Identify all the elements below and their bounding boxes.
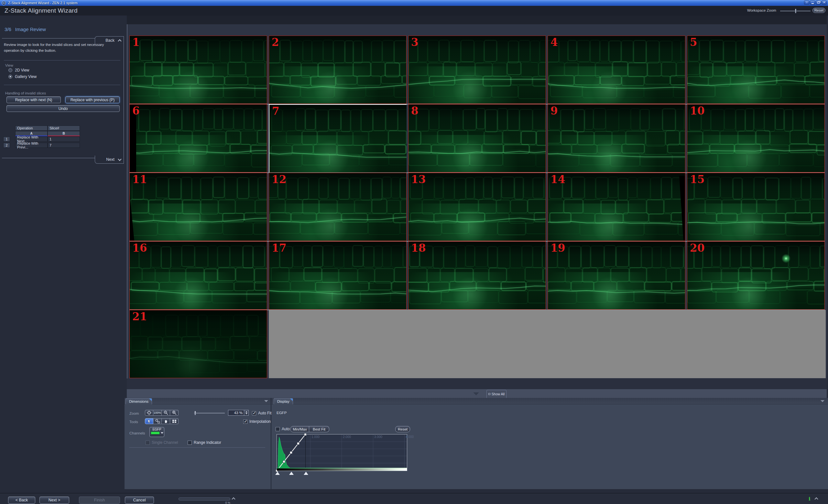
table-row-operation[interactable]: Replace With Previ... <box>15 143 47 148</box>
cancel-button[interactable]: Cancel <box>125 497 154 504</box>
gallery-slice[interactable]: 5 <box>687 36 825 104</box>
collapse-triangle-icon[interactable] <box>473 392 479 395</box>
auto-control[interactable]: Auto <box>276 427 290 431</box>
curve-handle[interactable] <box>283 460 285 463</box>
gallery-slice[interactable]: 16 <box>129 241 267 309</box>
gallery-slice[interactable]: 20 <box>687 241 825 309</box>
display-reset-button[interactable]: Reset <box>395 426 410 432</box>
table-row-slice[interactable]: 7 <box>47 143 80 148</box>
gallery-view: 123456789101112131415161718192021 <box>127 24 827 378</box>
zoom-out-button[interactable] <box>162 410 170 416</box>
minimize-button[interactable] <box>810 1 815 4</box>
gallery-slice[interactable]: 8 <box>408 104 546 172</box>
column-header-operation[interactable]: Operation <box>15 126 47 131</box>
auto-checkbox[interactable] <box>276 427 280 431</box>
undo-button[interactable]: Undo <box>6 105 120 112</box>
gallery-slice[interactable]: 15 <box>687 173 825 241</box>
gallery-slice[interactable]: 3 <box>408 36 546 104</box>
chevron-up-icon[interactable] <box>815 497 818 501</box>
pointer-tool-button[interactable] <box>145 418 153 424</box>
interpolation-control[interactable]: Interpolation <box>243 419 271 424</box>
curve-handle[interactable] <box>290 451 292 454</box>
auto-label: Auto <box>282 427 290 431</box>
gallery-slice[interactable]: 13 <box>408 173 546 241</box>
finish-button[interactable]: Finish <box>79 497 120 504</box>
gallery-slice[interactable]: 12 <box>269 173 407 241</box>
gallery-slice[interactable]: 14 <box>548 173 686 241</box>
histogram[interactable]: 1.0002.0003.0004.000 <box>277 434 407 471</box>
handling-section-label: Handling of invalid slices <box>5 91 46 95</box>
range-indicator-control[interactable]: Range Indicator <box>188 440 221 445</box>
minimize-icon <box>812 3 814 4</box>
image-workspace: 123456789101112131415161718192021 Show A… <box>127 15 827 398</box>
gallery-slice[interactable]: 17 <box>269 241 407 309</box>
chevron-down-icon[interactable] <box>264 400 268 402</box>
gallery-slice[interactable]: 6 <box>129 104 267 172</box>
zoom-slider[interactable] <box>194 413 225 413</box>
slice-image <box>270 105 407 172</box>
interpolation-checkbox[interactable] <box>243 420 247 424</box>
restore-button[interactable] <box>816 1 821 4</box>
gallery-slice[interactable]: 10 <box>687 104 825 172</box>
zen-application-window: ZEN Z-Stack Alignment Wizard - ZEN 2.1 s… <box>0 0 828 504</box>
workspace-zoom-reset-button[interactable]: Reset <box>813 8 825 13</box>
curve-handle[interactable] <box>297 442 299 445</box>
replace-with-previous-button[interactable]: Replace with previous (P) <box>65 96 120 103</box>
slice-image <box>548 173 685 241</box>
white-point-line[interactable] <box>305 434 306 469</box>
gallery-slice[interactable]: 9 <box>548 104 686 172</box>
zoom-slider-handle[interactable] <box>194 411 196 415</box>
zoom-100-button[interactable]: 100% <box>153 410 162 416</box>
zoom-region-tool-button[interactable] <box>153 418 162 424</box>
gallery-slice[interactable]: 1 <box>129 36 267 104</box>
gallery-slice[interactable]: 7 <box>269 104 407 172</box>
tab-display[interactable]: Display <box>274 398 293 404</box>
slice-number: 13 <box>411 174 426 185</box>
table-row-operation[interactable]: Replace With Next... <box>15 136 47 142</box>
title-bar[interactable]: ZEN Z-Stack Alignment Wizard - ZEN 2.1 s… <box>0 0 828 6</box>
show-all-tab[interactable]: Show All <box>487 390 506 398</box>
slice-number: 4 <box>550 37 558 48</box>
radio-2d-view[interactable]: 2D View <box>8 68 29 73</box>
gallery-slice[interactable]: 19 <box>548 241 686 309</box>
replace-with-next-button[interactable]: Replace with next (N) <box>6 96 61 103</box>
help-button[interactable]: ? <box>804 1 809 4</box>
table-row-slice[interactable]: 1 <box>47 136 80 142</box>
close-button[interactable]: ✕ <box>822 1 827 4</box>
navigator-tool-button[interactable] <box>170 418 178 424</box>
gallery-slice[interactable]: 4 <box>548 36 686 104</box>
histogram-white-point-marker[interactable] <box>304 472 308 475</box>
single-channel-checkbox[interactable] <box>146 440 150 445</box>
tab-dimensions[interactable]: Dimensions <box>125 398 152 404</box>
chevron-up-icon[interactable] <box>232 497 235 501</box>
best-fit-button[interactable]: Best Fit <box>309 426 329 432</box>
radio-gallery-view[interactable]: Gallery View <box>8 74 37 79</box>
info-icon[interactable]: i <box>809 496 811 502</box>
auto-fit-checkbox[interactable] <box>252 411 256 415</box>
zoom-value-spinner[interactable] <box>244 410 249 416</box>
gallery-slice[interactable]: 18 <box>408 241 546 309</box>
auto-fit-control[interactable]: Auto Fit <box>252 411 272 415</box>
next-button[interactable]: Next > <box>39 497 69 504</box>
zoom-value-input[interactable]: 43 % <box>228 410 244 416</box>
column-header-slice[interactable]: Slice# <box>47 126 80 131</box>
slice-image <box>130 104 267 172</box>
gallery-slice[interactable]: 21 <box>129 310 267 378</box>
chevron-down-icon[interactable] <box>821 400 824 402</box>
curve-handle[interactable] <box>304 433 306 436</box>
back-button[interactable]: < Back <box>8 497 35 504</box>
gallery-slice[interactable]: 11 <box>129 173 267 241</box>
channel-egfp-button[interactable]: EGFP <box>150 427 164 437</box>
zoom-fit-button[interactable] <box>145 410 153 416</box>
wizard-next-tab[interactable]: Next <box>95 156 124 164</box>
workspace-zoom-handle[interactable] <box>795 9 796 13</box>
workspace-top-strip <box>127 15 827 24</box>
range-indicator-label: Range Indicator <box>194 440 221 445</box>
gallery-slice[interactable]: 2 <box>269 36 407 104</box>
min-max-button[interactable]: Min/Max <box>290 426 309 432</box>
histogram-black-point-marker[interactable] <box>275 472 280 475</box>
histogram-gamma-marker[interactable] <box>289 472 294 475</box>
zoom-in-button[interactable] <box>170 410 178 416</box>
range-indicator-checkbox[interactable] <box>188 440 192 445</box>
pan-tool-button[interactable] <box>162 418 170 424</box>
